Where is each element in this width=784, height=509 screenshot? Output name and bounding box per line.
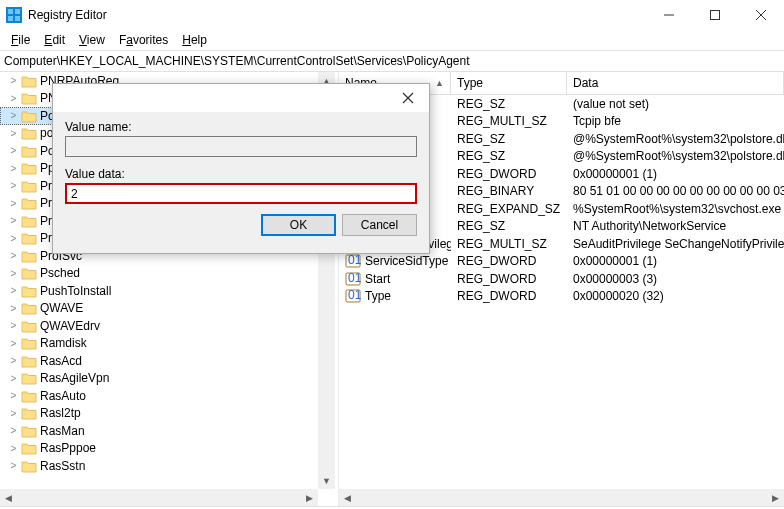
tree-twisty-icon[interactable]: > bbox=[6, 145, 21, 156]
menu-file[interactable]: File bbox=[4, 32, 37, 48]
tree-twisty-icon[interactable]: > bbox=[6, 215, 21, 226]
ok-button[interactable]: OK bbox=[261, 214, 336, 236]
folder-icon bbox=[21, 354, 37, 368]
binary-value-icon: 011 bbox=[345, 254, 361, 268]
tree-twisty-icon[interactable]: > bbox=[6, 408, 21, 419]
folder-icon bbox=[21, 371, 37, 385]
tree-item[interactable]: >RasMan bbox=[0, 422, 335, 440]
folder-icon bbox=[21, 406, 37, 420]
value-type: REG_SZ bbox=[451, 149, 567, 163]
folder-icon bbox=[21, 266, 37, 280]
maximize-button[interactable] bbox=[692, 0, 738, 30]
tree-twisty-icon[interactable]: > bbox=[6, 110, 21, 121]
value-data: %SystemRoot%\system32\svchost.exe - bbox=[567, 202, 784, 216]
svg-rect-6 bbox=[711, 11, 720, 20]
svg-rect-1 bbox=[8, 9, 13, 14]
tree-twisty-icon[interactable]: > bbox=[6, 250, 21, 261]
col-type[interactable]: Type bbox=[451, 72, 567, 94]
tree-twisty-icon[interactable]: > bbox=[6, 233, 21, 244]
value-type: REG_DWORD bbox=[451, 254, 567, 268]
tree-twisty-icon[interactable]: > bbox=[6, 75, 21, 86]
tree-twisty-icon[interactable]: > bbox=[6, 128, 21, 139]
list-hscroll[interactable]: ◀ ▶ bbox=[339, 489, 784, 506]
scroll-left-icon[interactable]: ◀ bbox=[339, 489, 356, 506]
tree-twisty-icon[interactable]: > bbox=[6, 180, 21, 191]
value-name-input[interactable] bbox=[65, 136, 417, 157]
value-name-label: Value name: bbox=[65, 120, 417, 134]
value-data-input[interactable] bbox=[65, 183, 417, 204]
menu-favorites[interactable]: Favorites bbox=[112, 32, 175, 48]
folder-icon bbox=[21, 441, 37, 455]
dialog-titlebar bbox=[53, 84, 429, 112]
tree-twisty-icon[interactable]: > bbox=[6, 373, 21, 384]
minimize-button[interactable] bbox=[646, 0, 692, 30]
scroll-right-icon[interactable]: ▶ bbox=[301, 489, 318, 506]
tree-item-label: QWAVEdrv bbox=[40, 319, 100, 333]
scroll-right-icon[interactable]: ▶ bbox=[767, 489, 784, 506]
close-button[interactable] bbox=[738, 0, 784, 30]
cancel-button[interactable]: Cancel bbox=[342, 214, 417, 236]
tree-twisty-icon[interactable]: > bbox=[6, 93, 21, 104]
scroll-down-icon[interactable]: ▼ bbox=[318, 472, 335, 489]
tree-item[interactable]: >RasSstn bbox=[0, 457, 335, 475]
scroll-left-icon[interactable]: ◀ bbox=[0, 489, 17, 506]
list-row[interactable]: 011StartREG_DWORD0x00000003 (3) bbox=[339, 270, 784, 288]
tree-item[interactable]: >RasAcd bbox=[0, 352, 335, 370]
tree-item-label: RasSstn bbox=[40, 459, 85, 473]
tree-item[interactable]: >RasPppoe bbox=[0, 440, 335, 458]
tree-twisty-icon[interactable]: > bbox=[6, 303, 21, 314]
binary-value-icon: 011 bbox=[345, 272, 361, 286]
tree-item[interactable]: >QWAVEdrv bbox=[0, 317, 335, 335]
dialog-close-button[interactable] bbox=[387, 84, 429, 112]
edit-value-dialog: Value name: Value data: OK Cancel bbox=[52, 83, 430, 254]
col-data[interactable]: Data bbox=[567, 72, 784, 94]
tree-twisty-icon[interactable]: > bbox=[6, 285, 21, 296]
folder-icon bbox=[21, 179, 37, 193]
tree-twisty-icon[interactable]: > bbox=[6, 460, 21, 471]
tree-item[interactable]: >QWAVE bbox=[0, 300, 335, 318]
sort-asc-icon: ▲ bbox=[435, 78, 444, 88]
value-type: REG_SZ bbox=[451, 97, 567, 111]
tree-item[interactable]: >PushToInstall bbox=[0, 282, 335, 300]
tree-twisty-icon[interactable]: > bbox=[6, 198, 21, 209]
tree-twisty-icon[interactable]: > bbox=[6, 425, 21, 436]
tree-item[interactable]: >Rasl2tp bbox=[0, 405, 335, 423]
value-type: REG_MULTI_SZ bbox=[451, 237, 567, 251]
value-data: 0x00000003 (3) bbox=[567, 272, 784, 286]
menu-edit[interactable]: Edit bbox=[37, 32, 72, 48]
menu-help[interactable]: Help bbox=[175, 32, 214, 48]
svg-rect-2 bbox=[15, 9, 20, 14]
tree-item-label: RasMan bbox=[40, 424, 85, 438]
folder-icon bbox=[21, 249, 37, 263]
tree-item-label: RasPppoe bbox=[40, 441, 96, 455]
tree-item-label: RasAuto bbox=[40, 389, 86, 403]
tree-twisty-icon[interactable]: > bbox=[6, 320, 21, 331]
tree-twisty-icon[interactable]: > bbox=[6, 268, 21, 279]
tree-twisty-icon[interactable]: > bbox=[6, 443, 21, 454]
tree-item[interactable]: >RasAgileVpn bbox=[0, 370, 335, 388]
address-bar bbox=[0, 50, 784, 72]
list-row[interactable]: 011TypeREG_DWORD0x00000020 (32) bbox=[339, 288, 784, 306]
value-name: Type bbox=[365, 289, 391, 303]
address-input[interactable] bbox=[0, 51, 784, 71]
window-buttons bbox=[646, 0, 784, 30]
tree-item-label: RasAgileVpn bbox=[40, 371, 109, 385]
tree-item-label: Rasl2tp bbox=[40, 406, 81, 420]
tree-item[interactable]: >Ramdisk bbox=[0, 335, 335, 353]
menu-view[interactable]: View bbox=[72, 32, 112, 48]
tree-item[interactable]: >RasAuto bbox=[0, 387, 335, 405]
value-data: SeAuditPrivilege SeChangeNotifyPrivileg bbox=[567, 237, 784, 251]
tree-item-label: QWAVE bbox=[40, 301, 83, 315]
folder-icon bbox=[21, 424, 37, 438]
tree-twisty-icon[interactable]: > bbox=[6, 390, 21, 401]
tree-twisty-icon[interactable]: > bbox=[6, 338, 21, 349]
list-row[interactable]: 011ServiceSidTypeREG_DWORD0x00000001 (1) bbox=[339, 253, 784, 271]
tree-hscroll[interactable]: ◀ ▶ bbox=[0, 489, 318, 506]
value-type: REG_DWORD bbox=[451, 272, 567, 286]
tree-twisty-icon[interactable]: > bbox=[6, 163, 21, 174]
value-type: REG_DWORD bbox=[451, 167, 567, 181]
value-type: REG_BINARY bbox=[451, 184, 567, 198]
tree-item[interactable]: >Psched bbox=[0, 265, 335, 283]
tree-item-label: Psched bbox=[40, 266, 80, 280]
tree-twisty-icon[interactable]: > bbox=[6, 355, 21, 366]
